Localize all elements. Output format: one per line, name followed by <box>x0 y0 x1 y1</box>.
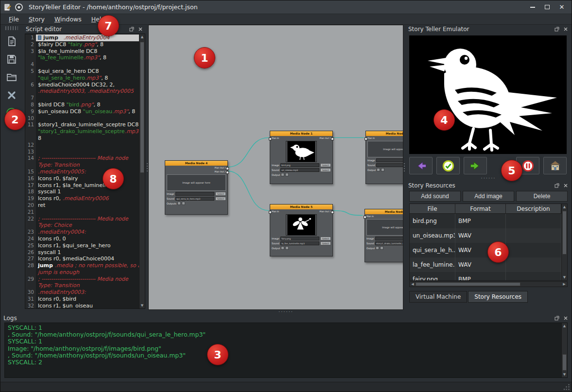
select-button[interactable]: Select <box>215 197 226 201</box>
output-port[interactable]: Plan Out 1 <box>320 137 331 140</box>
select-button[interactable]: Select <box>215 192 226 196</box>
table-vscrollbar[interactable]: ▲ ▼ <box>561 204 567 280</box>
resource-row[interactable]: la_fee_lumine...WAV <box>410 257 561 272</box>
close-panel-icon[interactable] <box>138 26 143 32</box>
scroll-down-icon[interactable]: ▼ <box>562 274 567 280</box>
add-output-button[interactable] <box>377 168 380 171</box>
code-line[interactable]: 9$un_oiseau DC8 "un_oiseau.mp3", 8 <box>25 108 139 115</box>
code-line[interactable]: 21 <box>25 209 139 216</box>
table-hscrollbar[interactable]: ◀ ▶ <box>409 281 568 287</box>
minimize-button[interactable] <box>526 2 539 12</box>
input-port[interactable]: Plan In <box>366 215 374 218</box>
code-line[interactable]: "la_fee_luminelle.mp3", 8 <box>25 54 139 61</box>
code-lines[interactable]: 1jump .mediaEntry00042$fairy DC8 "fairy.… <box>25 34 139 308</box>
float-panel-icon[interactable] <box>554 183 560 188</box>
resource-row[interactable]: un_oiseau.mp3WAV <box>410 228 561 243</box>
media-node-4[interactable]: Media Node 4Plan Out 1Plan Out 2Image wi… <box>165 160 228 215</box>
select-button[interactable]: Select <box>320 168 331 172</box>
add-image-button[interactable]: Add image <box>463 191 514 202</box>
input-port[interactable]: Plan In <box>272 210 279 213</box>
splitter-handle[interactable]: ······ <box>405 174 572 181</box>
column-header-file[interactable]: File <box>410 204 455 213</box>
app-menu-icon[interactable] <box>3 3 12 12</box>
media-node-1[interactable]: Media Node 1Plan InPlan Out 1Imagebird.p… <box>270 131 333 184</box>
code-line[interactable]: 11$story1_drako_luminelle_sceptre DC8 <box>25 121 139 128</box>
code-line[interactable]: 19lcons r0, .mediaEntry0006 <box>25 195 139 202</box>
remove-output-button[interactable] <box>380 246 383 250</box>
node-title[interactable]: Media Node 4 <box>165 161 227 166</box>
tab-story-resources[interactable]: Story Resources <box>468 291 528 303</box>
scroll-up-icon[interactable]: ▲ <box>139 34 145 40</box>
code-line[interactable]: 26syscall 1 <box>25 249 139 256</box>
scrollbar-thumb[interactable] <box>140 42 144 173</box>
title-bar[interactable]: StoryTeller Editor - /home/anthony/ostpr… <box>0 0 572 14</box>
media-node-3[interactable]: Media Node 3Plan InImage will appear her… <box>364 209 403 262</box>
new-script-button[interactable] <box>4 34 19 48</box>
scroll-right-icon[interactable]: ▶ <box>561 282 567 286</box>
save-button[interactable] <box>4 52 19 66</box>
menu-story[interactable]: Story <box>24 15 49 24</box>
node-title[interactable]: Media Node 2 <box>366 131 403 136</box>
scroll-down-icon[interactable]: ▼ <box>139 303 145 308</box>
close-panel-icon[interactable] <box>563 183 569 188</box>
code-line[interactable]: 25lcons r1, $qui_sera_le_hero <box>25 242 139 249</box>
output-port[interactable]: Plan Out 1 <box>320 210 331 213</box>
node-title[interactable]: Media Node 3 <box>365 209 403 214</box>
scroll-up-icon[interactable]: ▲ <box>562 204 567 210</box>
code-line[interactable]: 4 <box>25 61 139 68</box>
node-title[interactable]: Media Node 1 <box>270 131 332 136</box>
logs-scrollbar[interactable]: ▲ ▼ <box>561 323 567 377</box>
resource-row[interactable]: bird.pngBMP <box>410 214 561 228</box>
scroll-up-icon[interactable]: ▲ <box>562 323 567 329</box>
code-line[interactable]: 16lcons r0, $fairy <box>25 175 139 182</box>
field-value[interactable]: la_fee_luminelle.mp3 <box>280 241 319 245</box>
tab-virtual-machine[interactable]: Virtual Machine <box>409 291 467 303</box>
code-line[interactable]: 3$la_fee_luminelle DC8 <box>25 48 139 55</box>
field-value[interactable] <box>376 158 403 162</box>
field-value[interactable] <box>376 163 403 167</box>
code-line[interactable]: Type: Choice <box>25 222 139 229</box>
close-panel-icon[interactable] <box>563 315 569 321</box>
remove-output-button[interactable] <box>285 246 289 250</box>
code-line[interactable]: 12 <box>25 142 139 149</box>
validate-button[interactable] <box>436 157 460 174</box>
code-line[interactable]: 24lcons r0, 0 <box>25 236 139 242</box>
close-project-button[interactable] <box>4 88 19 102</box>
code-line[interactable]: Type: Transition <box>25 162 139 169</box>
code-line[interactable]: 32lcons r1, $un_oiseau <box>25 303 139 308</box>
code-line[interactable]: jump is enough <box>25 269 139 276</box>
code-line[interactable]: 13 <box>25 149 139 155</box>
node-canvas[interactable]: Media Node 4Plan Out 1Plan Out 2Image wi… <box>148 25 403 310</box>
add-output-button[interactable] <box>177 202 181 205</box>
menu-file[interactable]: File <box>4 15 23 24</box>
float-panel-icon[interactable] <box>554 26 560 32</box>
field-value[interactable] <box>375 237 403 240</box>
forward-button[interactable] <box>464 157 487 174</box>
code-line[interactable]: .mediaEntry0003, .mediaEntry0005 <box>25 88 139 95</box>
menu-help[interactable]: Help <box>87 15 110 24</box>
pause-button[interactable] <box>516 157 539 174</box>
scrollbar-thumb[interactable] <box>416 282 520 286</box>
float-panel-icon[interactable] <box>129 26 135 32</box>
code-line[interactable]: "story1_drako_luminelle_sceptre.mp3", <box>25 128 139 135</box>
float-panel-icon[interactable] <box>554 315 560 321</box>
code-line[interactable]: 22; ---------------------------- Media n… <box>25 216 139 222</box>
script-editor-scrollbar[interactable]: ▲ ▼ <box>139 34 145 308</box>
input-port[interactable]: Plan In <box>272 137 279 140</box>
column-header-description[interactable]: Description <box>506 204 561 213</box>
close-button[interactable]: ✕ <box>555 2 569 12</box>
field-value[interactable]: fairy.png <box>280 237 319 240</box>
open-button[interactable] <box>4 70 19 84</box>
remove-output-button[interactable] <box>381 168 384 171</box>
code-line[interactable]: 8 <box>25 135 139 142</box>
maximize-button[interactable] <box>540 2 554 12</box>
code-line[interactable]: Type: Transition <box>25 282 139 289</box>
code-line[interactable]: 7 <box>25 95 139 102</box>
resources-table[interactable]: FileFormatDescription bird.pngBMPun_oise… <box>409 204 568 281</box>
code-line[interactable]: 14; ---------------------------- Media n… <box>25 155 139 162</box>
code-line[interactable]: 15.mediaEntry0005: <box>25 169 139 175</box>
add-output-button[interactable] <box>376 246 379 250</box>
scroll-down-icon[interactable]: ▼ <box>562 372 567 377</box>
code-line[interactable]: 1jump .mediaEntry0004 <box>25 34 139 41</box>
remove-output-button[interactable] <box>182 202 185 205</box>
